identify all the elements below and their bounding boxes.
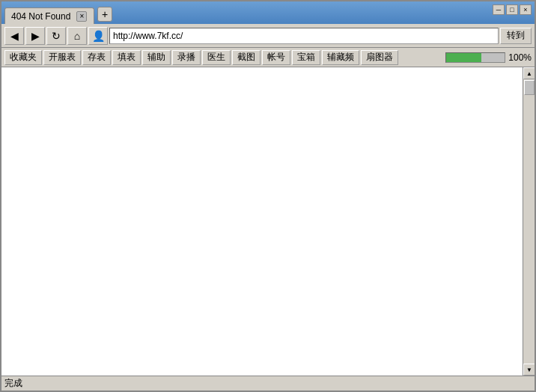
window-controls: ─ □ × (493, 4, 532, 15)
user-button[interactable]: 👤 (88, 27, 108, 45)
toolbar-btn-5[interactable]: 录播 (172, 50, 201, 65)
nav-bar: ◀ ▶ ↻ ⌂ 👤 转到 (1, 24, 535, 48)
toolbar: 收藏夹 开服表 存表 填表 辅助 录播 医生 截图 帐号 宝箱 辅藏频 扇图器 … (1, 48, 535, 67)
go-button[interactable]: 转到 (500, 28, 532, 44)
status-text: 完成 (4, 377, 22, 390)
toolbar-btn-2[interactable]: 存表 (82, 50, 111, 65)
toolbar-btn-10[interactable]: 辅藏频 (322, 50, 359, 65)
toolbar-btn-11[interactable]: 扇图器 (361, 50, 398, 65)
tab-title: 404 Not Found (11, 11, 70, 22)
progress-percent: 100% (508, 52, 532, 63)
status-bar: 完成 (1, 376, 535, 391)
scroll-up-button[interactable]: ▲ (523, 67, 535, 79)
scrollbar-vertical[interactable]: ▲ ▼ (523, 67, 535, 376)
progress-fill (446, 53, 481, 62)
tab-bar: 404 Not Found × + (4, 1, 490, 24)
title-bar: 404 Not Found × + ─ □ × (1, 1, 535, 24)
home-button[interactable]: ⌂ (67, 27, 87, 45)
toolbar-btn-9[interactable]: 宝箱 (292, 50, 320, 65)
active-tab[interactable]: 404 Not Found × (4, 7, 94, 24)
toolbar-btn-3[interactable]: 填表 (112, 50, 141, 65)
progress-bar (445, 52, 505, 63)
close-button[interactable]: × (520, 4, 532, 15)
minimize-button[interactable]: ─ (493, 4, 505, 15)
toolbar-btn-1[interactable]: 开服表 (43, 50, 81, 65)
page-content: ▲ ▼ (1, 67, 535, 376)
toolbar-btn-7[interactable]: 截图 (232, 50, 261, 65)
toolbar-btn-6[interactable]: 医生 (202, 50, 231, 65)
scroll-thumb[interactable] (524, 80, 535, 95)
toolbar-btn-0[interactable]: 收藏夹 (4, 50, 42, 65)
back-button[interactable]: ◀ (4, 27, 24, 45)
progress-container: 100% (445, 52, 532, 63)
scroll-track[interactable] (523, 79, 535, 364)
toolbar-btn-8[interactable]: 帐号 (262, 50, 290, 65)
toolbar-btn-4[interactable]: 辅助 (142, 50, 171, 65)
forward-button[interactable]: ▶ (25, 27, 45, 45)
new-tab-button[interactable]: + (97, 7, 112, 22)
scroll-down-button[interactable]: ▼ (523, 364, 535, 376)
tab-close-button[interactable]: × (76, 11, 87, 22)
refresh-button[interactable]: ↻ (46, 27, 66, 45)
restore-button[interactable]: □ (506, 4, 518, 15)
url-input[interactable] (109, 28, 499, 44)
browser-window: 404 Not Found × + ─ □ × ◀ ▶ ↻ ⌂ 👤 转到 收藏夹… (0, 0, 536, 392)
